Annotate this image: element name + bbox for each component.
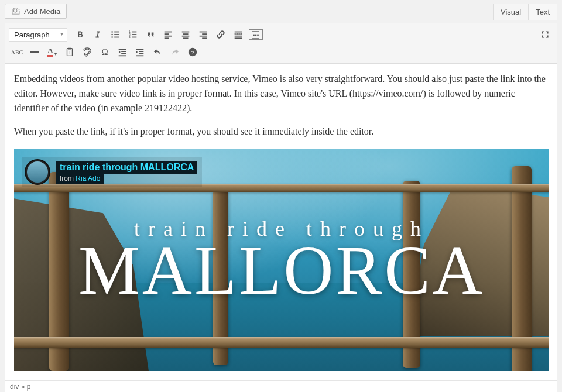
svg-point-2 xyxy=(111,36,113,38)
svg-text:3: 3 xyxy=(129,35,131,39)
bold-button[interactable] xyxy=(72,27,88,42)
tab-text[interactable]: Text xyxy=(529,4,557,20)
toolbar-toggle-button[interactable]: ▪▪▪ xyxy=(248,27,264,42)
undo-button[interactable] xyxy=(149,44,166,60)
svg-rect-30 xyxy=(68,48,71,50)
align-left-button[interactable] xyxy=(160,27,176,42)
video-author-line: from Ria Ado xyxy=(56,174,104,184)
svg-rect-10 xyxy=(132,34,136,35)
insert-more-button[interactable] xyxy=(230,27,246,42)
svg-rect-38 xyxy=(139,53,143,54)
svg-rect-20 xyxy=(200,32,207,33)
strikethrough-button[interactable]: ABC xyxy=(9,44,25,60)
svg-rect-33 xyxy=(121,51,126,52)
clear-formatting-button[interactable] xyxy=(79,44,95,60)
special-character-button[interactable]: Ω xyxy=(97,44,113,60)
video-info-badge[interactable]: train ride through MALLORCA from Ria Ado xyxy=(22,157,202,187)
editor-tabs: Visual Text xyxy=(493,4,557,20)
svg-text:T: T xyxy=(68,50,71,54)
text-color-button[interactable]: A▾ xyxy=(44,44,60,60)
svg-rect-3 xyxy=(114,32,119,33)
svg-rect-16 xyxy=(182,32,190,33)
paragraph-2[interactable]: When you paste the link, if it's in prop… xyxy=(14,125,548,139)
outdent-button[interactable] xyxy=(114,44,131,60)
svg-rect-12 xyxy=(165,32,172,33)
element-path[interactable]: div » p xyxy=(5,380,557,392)
indent-button[interactable] xyxy=(132,44,148,60)
tab-visual[interactable]: Visual xyxy=(493,4,529,20)
align-right-button[interactable] xyxy=(195,27,211,42)
toolbar: Paragraph 123 ▪▪▪ ABC A▾ T Ω ? xyxy=(5,23,557,64)
media-icon xyxy=(11,6,20,16)
svg-rect-18 xyxy=(182,36,190,37)
format-select[interactable]: Paragraph xyxy=(9,28,67,42)
svg-rect-13 xyxy=(165,33,169,35)
svg-rect-11 xyxy=(132,37,136,38)
help-button[interactable]: ? xyxy=(184,44,201,60)
editor-wrapper: Paragraph 123 ▪▪▪ ABC A▾ T Ω ? xyxy=(5,23,557,392)
paste-text-button[interactable]: T xyxy=(61,44,78,60)
svg-rect-4 xyxy=(114,34,119,35)
svg-rect-17 xyxy=(183,33,189,35)
svg-rect-27 xyxy=(235,36,242,37)
svg-rect-25 xyxy=(235,33,242,35)
svg-rect-24 xyxy=(235,32,242,33)
video-embed[interactable]: train ride through MALLORCA train ride t… xyxy=(14,149,549,371)
video-overlay-big: MALLORCA xyxy=(14,236,549,305)
svg-rect-14 xyxy=(165,36,172,37)
video-author[interactable]: Ria Ado xyxy=(76,174,100,183)
video-badge-text: train ride through MALLORCA from Ria Ado xyxy=(56,161,197,184)
blockquote-button[interactable] xyxy=(142,27,159,42)
svg-rect-21 xyxy=(202,33,207,35)
svg-rect-9 xyxy=(132,32,136,33)
redo-button[interactable] xyxy=(167,44,183,60)
svg-rect-15 xyxy=(165,37,169,39)
horizontal-rule-button[interactable] xyxy=(26,44,43,60)
svg-rect-36 xyxy=(136,49,144,50)
align-center-button[interactable] xyxy=(177,27,194,42)
svg-text:?: ? xyxy=(191,49,194,56)
fullscreen-button[interactable] xyxy=(537,27,553,42)
bullet-list-button[interactable] xyxy=(107,27,124,42)
svg-rect-35 xyxy=(119,55,126,56)
svg-rect-28 xyxy=(235,37,242,39)
svg-rect-39 xyxy=(136,55,144,56)
italic-button[interactable] xyxy=(90,27,106,42)
svg-point-1 xyxy=(111,34,113,36)
svg-rect-23 xyxy=(202,37,207,39)
from-label: from xyxy=(60,174,76,183)
svg-point-0 xyxy=(111,31,113,33)
paragraph-1[interactable]: Embedding videos from another popular vi… xyxy=(14,72,548,115)
link-button[interactable] xyxy=(213,27,229,42)
svg-rect-5 xyxy=(114,37,119,38)
numbered-list-button[interactable]: 123 xyxy=(125,27,141,42)
svg-rect-34 xyxy=(121,53,126,54)
svg-rect-32 xyxy=(119,49,126,50)
video-title[interactable]: train ride through MALLORCA xyxy=(56,161,197,174)
add-media-button[interactable]: Add Media xyxy=(5,4,67,19)
editor-content[interactable]: Embedding videos from another popular vi… xyxy=(5,64,557,380)
svg-rect-19 xyxy=(183,37,189,39)
svg-rect-37 xyxy=(139,51,143,52)
add-media-label: Add Media xyxy=(24,7,60,16)
avatar xyxy=(25,159,50,185)
svg-rect-22 xyxy=(200,36,207,37)
